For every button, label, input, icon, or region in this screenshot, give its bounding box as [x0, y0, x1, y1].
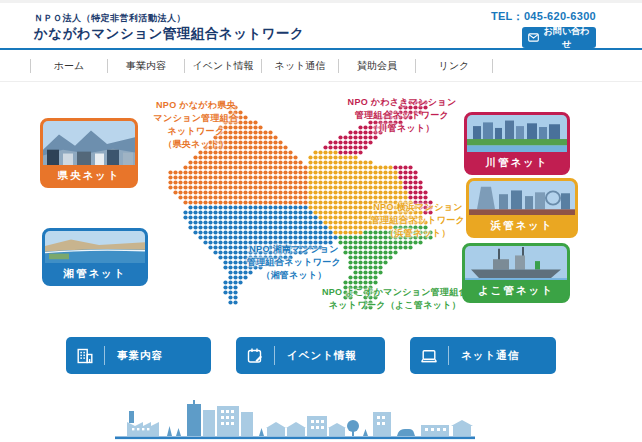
map-label-yokohama: NPO 横浜マンション 管理組合ネットワーク （浜管ネット）: [362, 201, 474, 240]
yokokan-photo: [465, 246, 567, 280]
nav-divider: [0, 81, 642, 82]
main-nav: ホーム 事業内容 イベント情報 ネット通信 賛助会員 リンク: [30, 50, 493, 81]
quick-link-business-label: 事業内容: [105, 349, 211, 363]
site-title: かながわマンション管理組合ネットワーク: [34, 25, 304, 43]
card-hamakan-net[interactable]: 浜管ネット: [466, 178, 578, 238]
site-header: ＮＰＯ法人（特定非営利活動法人） かながわマンション管理組合ネットワーク TEL…: [0, 3, 642, 48]
nav-net-news[interactable]: ネット通信: [261, 59, 338, 73]
city-skyline-illustration: [115, 398, 475, 440]
nav-events[interactable]: イベント情報: [184, 59, 261, 73]
card-keno-label: 県央ネット: [43, 165, 135, 185]
quick-link-business[interactable]: 事業内容: [66, 337, 211, 374]
hamakan-photo: [469, 181, 575, 215]
shokan-photo: [45, 231, 145, 263]
contact-button[interactable]: お問い合わせ: [522, 27, 596, 48]
card-shokan-label: 湘管ネット: [45, 263, 145, 283]
quick-link-events[interactable]: イベント情報: [236, 337, 385, 374]
map-label-shonan: NPO 湘南マンション 管理組合ネットワーク （湘管ネット）: [238, 243, 350, 282]
calendar-icon: [236, 347, 274, 365]
laptop-icon: [410, 347, 448, 365]
card-shokan-net[interactable]: 湘管ネット: [42, 228, 148, 286]
nav-links[interactable]: リンク: [415, 59, 493, 73]
nav-supporting-members[interactable]: 賛助会員: [338, 59, 415, 73]
card-yokokan-label: よこ管ネット: [465, 280, 567, 300]
map-label-keno: NPO かながわ県央 マンション管理組合 ネットワーク （県央ネット）: [138, 99, 254, 151]
quick-link-events-label: イベント情報: [275, 349, 385, 363]
nav-home[interactable]: ホーム: [30, 59, 107, 73]
map-label-kawasaki: NPO かわさきマンション 管理組合ネットワーク （川管ネット）: [338, 96, 466, 135]
nav-business[interactable]: 事業内容: [107, 59, 184, 73]
card-keno-net[interactable]: 県央ネット: [40, 118, 138, 188]
map-label-yokosuka: NPO よこすかマンション管理組合 ネットワーク（よこ管ネット）: [322, 286, 468, 312]
building-icon: [66, 347, 104, 365]
quick-link-net-news-label: ネット通信: [449, 349, 556, 363]
kawakan-photo: [467, 115, 567, 152]
card-kawakan-label: 川管ネット: [467, 152, 567, 172]
tel-number: TEL：045-620-6300: [491, 9, 596, 24]
org-type-text: ＮＰＯ法人（特定非営利活動法人）: [34, 12, 186, 25]
kanagawa-mansion-network-homepage: ＮＰＯ法人（特定非営利活動法人） かながわマンション管理組合ネットワーク TEL…: [0, 0, 642, 442]
keno-photo: [43, 121, 135, 165]
card-hamakan-label: 浜管ネット: [469, 215, 575, 235]
quick-link-net-news[interactable]: ネット通信: [410, 337, 556, 374]
card-kawakan-net[interactable]: 川管ネット: [464, 112, 570, 175]
mail-icon: [528, 33, 539, 42]
card-yokokan-net[interactable]: よこ管ネット: [462, 243, 570, 303]
contact-button-label: お問い合わせ: [543, 25, 590, 51]
